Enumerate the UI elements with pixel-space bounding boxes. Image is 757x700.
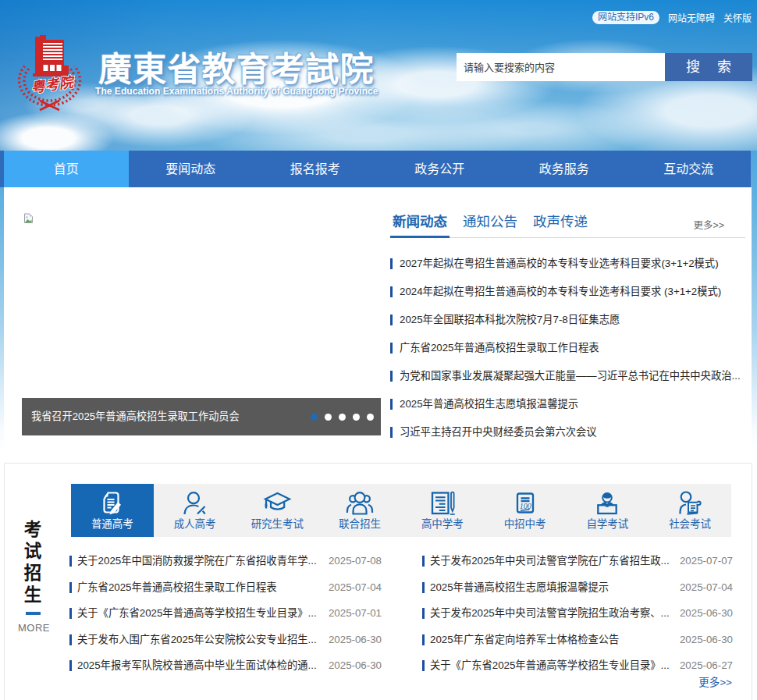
svg-text:100: 100	[519, 502, 531, 510]
